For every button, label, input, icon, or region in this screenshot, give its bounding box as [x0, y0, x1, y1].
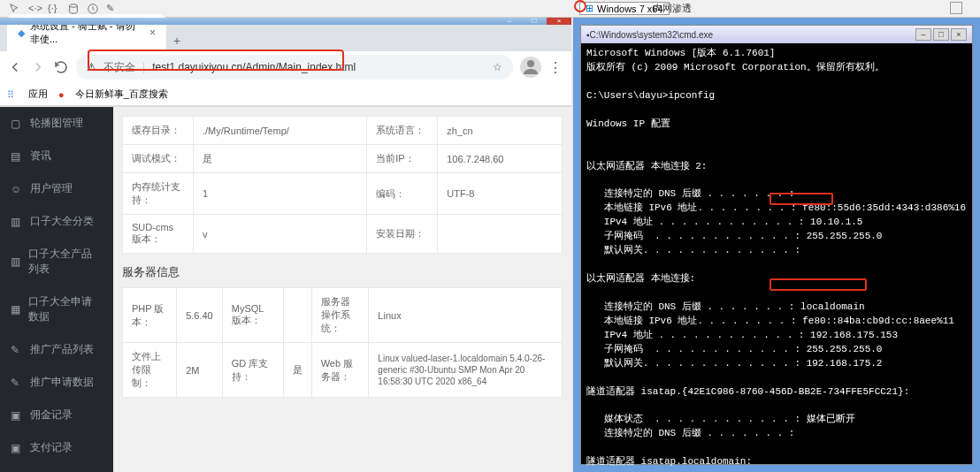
cmd-output[interactable]: Microsoft Windows [版本 6.1.7601] 版权所有 (c)…	[581, 43, 972, 472]
profile-avatar[interactable]	[520, 57, 541, 78]
sidebar-item-payment[interactable]: ▣支付记录	[0, 431, 113, 464]
menu-button[interactable]: ⋮	[548, 59, 564, 75]
nav-bar: ⚠ 不安全 | test1.dayuixiyou.cn/Admin/Main_i…	[0, 51, 571, 83]
bookmarks-bar: ⠿ 应用 ● 今日新鲜事_百度搜索	[0, 83, 571, 106]
main-panel: 缓存目录：./My/Runtime/Temp/系统语言：zh_cn 调试模式：是…	[113, 107, 571, 472]
table-row: SUD-cms 版本：v安装日期：	[123, 215, 563, 254]
sidebar-item-products[interactable]: ▥口子大全产品列表	[0, 238, 113, 285]
admin-sidebar: ▢轮播图管理 ▤资讯 ☺用户管理 ▥口子大全分类 ▥口子大全产品列表 ▦口子大全…	[0, 107, 113, 472]
table-row: 内存统计支持：1编码：UTF-8	[123, 173, 563, 215]
close-button[interactable]: ×	[547, 18, 571, 25]
sidebar-label: 佣金记录	[30, 407, 73, 423]
new-tab-button[interactable]: +	[166, 30, 188, 51]
sidebar-item-apply[interactable]: ▦口子大全申请数据	[0, 285, 113, 333]
vm-suffix: 内网渗透	[653, 2, 692, 15]
cmd-minimize[interactable]: –	[915, 28, 931, 41]
browser-window: – □ × ◆ 系统设置 - 骑士赋 - 请勿非使... × + ⚠ 不安全 |…	[0, 18, 571, 472]
maximize-button[interactable]: □	[522, 18, 547, 25]
sidebar-label: 推广申请数据	[30, 375, 94, 390]
braces-icon: {·}	[48, 3, 60, 15]
bookmark-1[interactable]: 今日新鲜事_百度搜索	[75, 88, 168, 101]
cmd-maximize[interactable]: □	[933, 28, 949, 41]
db-icon	[67, 3, 80, 15]
apps-label[interactable]: 应用	[28, 88, 48, 101]
section-title: 服务器信息	[122, 264, 563, 280]
sidebar-item-promo-products[interactable]: ✎推广产品列表	[0, 333, 113, 366]
sidebar-label: 资讯	[30, 148, 51, 164]
sidebar-label: 口子大全申请数据	[28, 294, 103, 324]
forward-button[interactable]	[30, 59, 46, 75]
insecure-label: 不安全	[103, 60, 135, 75]
cursor-icon	[9, 3, 21, 15]
tab-bar: ◆ 系统设置 - 骑士赋 - 请勿非使... × +	[0, 25, 571, 51]
cmd-close[interactable]: ×	[951, 28, 967, 41]
minimize-button[interactable]: –	[497, 18, 522, 25]
data-icon: ▦	[11, 303, 21, 316]
sidebar-label: 轮播图管理	[30, 116, 83, 131]
sidebar-item-carousel[interactable]: ▢轮播图管理	[0, 107, 113, 140]
sidebar-item-promo-apply[interactable]: ✎推广申请数据	[0, 366, 113, 399]
edit-icon: ✎	[11, 344, 23, 356]
book-icon: ▤	[11, 150, 23, 163]
svg-point-0	[70, 4, 78, 7]
sidebar-label: 口子大全产品列表	[28, 247, 103, 277]
image-icon: ▢	[11, 118, 23, 130]
tab-favicon-icon: ◆	[18, 27, 25, 39]
table-row: PHP 版本：5.6.40 MySQL 版本： 服务器操作系统：Linux	[123, 288, 563, 343]
tab-close-icon[interactable]: ×	[149, 27, 156, 39]
vm-logo-icon: ⊞	[586, 3, 593, 14]
sidebar-item-news[interactable]: ▤资讯	[0, 140, 113, 172]
apps-icon[interactable]: ⠿	[7, 89, 18, 100]
sidebar-label: 口子大全分类	[30, 214, 94, 229]
bookmark-icon: ●	[58, 89, 65, 100]
desktop-right: ▪ C:\Windows\system32\cmd.exe – □ × Micr…	[573, 18, 980, 472]
bookmark-star-icon[interactable]: ☆	[493, 61, 502, 73]
table-row: 调试模式：是当前IP：106.7.248.60	[123, 145, 563, 173]
address-bar[interactable]: ⚠ 不安全 | test1.dayuixiyou.cn/Admin/Main_i…	[76, 55, 513, 80]
money-icon: ▣	[11, 442, 23, 454]
edit-icon: ✎	[11, 377, 23, 389]
svg-point-2	[527, 60, 534, 67]
user-icon: ☺	[11, 183, 23, 195]
window-titlebar[interactable]: – □ ×	[0, 18, 571, 25]
expand-icon[interactable]	[950, 2, 962, 14]
server-info-table: PHP 版本：5.6.40 MySQL 版本： 服务器操作系统：Linux 文件…	[122, 287, 563, 398]
url-text: test1.dayuixiyou.cn/Admin/Main_index.htm…	[152, 61, 356, 73]
system-info-table: 缓存目录：./My/Runtime/Temp/系统语言：zh_cn 调试模式：是…	[122, 116, 563, 254]
cmd-titlebar[interactable]: ▪ C:\Windows\system32\cmd.exe – □ ×	[581, 26, 972, 43]
sidebar-item-users[interactable]: ☺用户管理	[0, 172, 113, 205]
insecure-icon: ⚠	[87, 61, 96, 73]
table-row: 文件上传限制：2M GD 库支持：是 Web 服务器：Linux valued-…	[123, 343, 563, 398]
list-icon: ▥	[11, 216, 23, 228]
code-icon: <·>	[28, 3, 41, 15]
sidebar-item-category[interactable]: ▥口子大全分类	[0, 205, 113, 238]
tool-icon: ✎	[106, 3, 119, 15]
money-icon: ▣	[11, 409, 23, 422]
table-row: 缓存目录：./My/Runtime/Temp/系统语言：zh_cn	[123, 117, 563, 145]
sidebar-label: 用户管理	[30, 181, 73, 196]
list-icon: ▥	[11, 255, 21, 268]
cmd-title: C:\Windows\system32\cmd.exe	[590, 30, 714, 40]
sidebar-item-commission[interactable]: ▣佣金记录	[0, 399, 113, 431]
reload-button[interactable]	[53, 59, 69, 75]
back-button[interactable]	[7, 59, 23, 75]
sidebar-label: 推广产品列表	[30, 342, 94, 357]
sidebar-item-withdraw[interactable]: ▣提现申请	[0, 464, 113, 472]
sidebar-label: 支付记录	[30, 440, 73, 455]
cmd-window[interactable]: ▪ C:\Windows\system32\cmd.exe – □ × Micr…	[580, 25, 973, 465]
clock-icon	[87, 3, 99, 15]
